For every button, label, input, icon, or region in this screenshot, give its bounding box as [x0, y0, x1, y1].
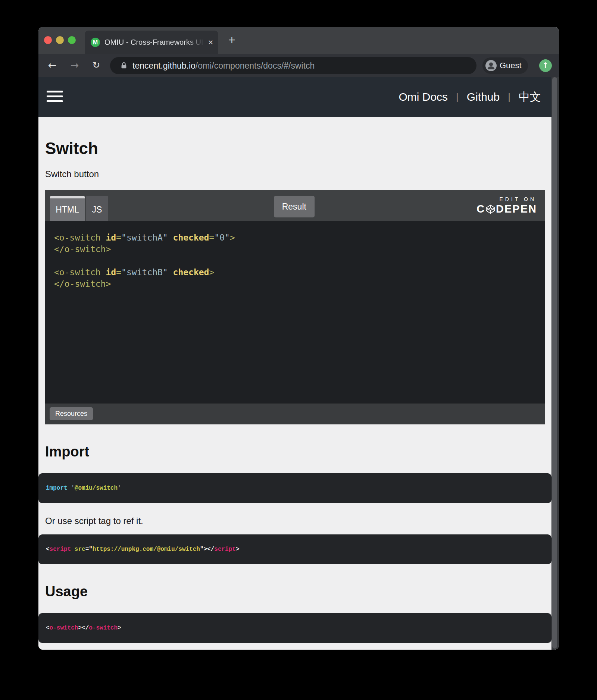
codepen-embed: HTML JS Result EDIT ON C DEPEN	[45, 190, 545, 424]
minimize-window-button[interactable]	[56, 36, 64, 44]
page-scrollbar[interactable]	[551, 77, 559, 650]
profile-button[interactable]: Guest	[482, 57, 528, 74]
scrollbar-thumb[interactable]	[552, 77, 557, 649]
import-code-block: import '@omiu/switch'	[38, 473, 551, 503]
screenshot-canvas: M OMIU - Cross-Frameworks UI F ✕ + ← → ↻…	[0, 0, 597, 700]
tab-js[interactable]: JS	[86, 196, 108, 221]
usage-code: <o-switch></o-switch>	[46, 625, 121, 631]
usage-code-block: <o-switch></o-switch>	[38, 613, 551, 643]
browser-window: M OMIU - Cross-Frameworks UI F ✕ + ← → ↻…	[38, 27, 559, 650]
codepen-logo-text-left: C	[476, 203, 485, 215]
site-header: Omi Docs | Github | 中文	[38, 77, 559, 117]
nav-github[interactable]: Github	[467, 91, 500, 103]
edit-on-label: EDIT ON	[476, 196, 536, 202]
embed-code: <o-switch id="switchA" checked="0"> </o-…	[54, 232, 538, 290]
result-button[interactable]: Result	[274, 196, 315, 217]
site-nav: Omi Docs | Github | 中文	[398, 77, 541, 117]
codepen-cube-icon	[485, 204, 496, 214]
nav-separator: |	[508, 91, 510, 103]
codepen-code-panel[interactable]: <o-switch id="switchA" checked="0"> </o-…	[45, 221, 545, 404]
usage-heading: Usage	[45, 584, 545, 600]
codepen-logo-text-right: DEPEN	[496, 203, 537, 215]
zoom-window-button[interactable]	[68, 36, 76, 44]
browser-tab[interactable]: M OMIU - Cross-Frameworks UI F ✕	[85, 31, 218, 54]
back-button[interactable]: ←	[46, 54, 59, 77]
nav-omi-docs[interactable]: Omi Docs	[398, 91, 448, 103]
avatar-icon	[485, 60, 497, 71]
codepen-tabs: HTML JS	[50, 196, 108, 221]
url-host: tencent.github.io	[132, 61, 196, 70]
extension-icon[interactable]: ↑	[539, 59, 552, 72]
profile-label: Guest	[500, 57, 522, 74]
browser-toolbar: ← → ↻ tencent.github.io/omi/components/d…	[38, 54, 559, 77]
omi-favicon-icon: M	[91, 38, 100, 47]
codepen-embed-header: HTML JS Result EDIT ON C DEPEN	[45, 190, 545, 221]
resources-button[interactable]: Resources	[50, 407, 93, 420]
tab-title: OMIU - Cross-Frameworks UI F	[104, 31, 204, 54]
lock-icon	[120, 62, 128, 70]
import-heading: Import	[45, 444, 545, 460]
nav-separator: |	[456, 91, 459, 103]
page-content: Switch Switch button HTML JS Result EDIT…	[38, 117, 551, 650]
new-tab-button[interactable]: +	[225, 27, 238, 54]
url-path: /omi/components/docs/#/switch	[196, 61, 315, 70]
codepen-logo: C DEPEN	[476, 203, 537, 215]
browser-titlebar: M OMIU - Cross-Frameworks UI F ✕ +	[38, 27, 559, 54]
tab-html[interactable]: HTML	[50, 196, 85, 221]
import-code: import '@omiu/switch'	[46, 485, 121, 492]
codepen-embed-footer: Resources	[45, 404, 545, 424]
url-text: tencent.github.io/omi/components/docs/#/…	[132, 57, 315, 74]
close-window-button[interactable]	[44, 36, 52, 44]
script-note: Or use script tag to ref it.	[45, 516, 545, 526]
tab-close-icon[interactable]: ✕	[208, 31, 213, 54]
script-code-block: <script src="https://unpkg.com/@omiu/swi…	[38, 534, 551, 564]
page-subtitle: Switch button	[45, 169, 545, 179]
address-bar[interactable]: tencent.github.io/omi/components/docs/#/…	[110, 57, 476, 74]
nav-language[interactable]: 中文	[519, 90, 541, 105]
page-title: Switch	[45, 139, 545, 158]
reload-button[interactable]: ↻	[90, 54, 103, 77]
edit-on-codepen-link[interactable]: EDIT ON C DEPEN	[476, 196, 537, 215]
script-code: <script src="https://unpkg.com/@omiu/swi…	[46, 546, 240, 553]
menu-icon[interactable]	[47, 91, 63, 102]
forward-button[interactable]: →	[68, 54, 81, 77]
